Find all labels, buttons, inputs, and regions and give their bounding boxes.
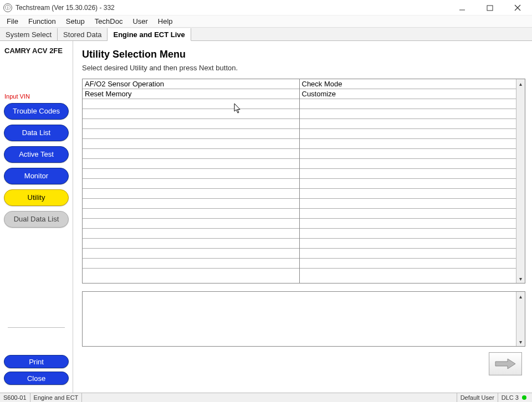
utility-cell[interactable] (83, 139, 299, 149)
page-title: Utility Selection Menu (82, 49, 525, 60)
status-dlc-label: DLC 3 (502, 394, 519, 401)
utility-cell[interactable] (300, 189, 516, 199)
active-test-button[interactable]: Active Test (4, 146, 69, 163)
arrow-right-icon (494, 358, 516, 370)
app-icon: ⓘ (3, 3, 12, 12)
close-button[interactable] (510, 2, 525, 13)
svg-marker-4 (495, 359, 515, 369)
scroll-up-icon[interactable]: ▴ (516, 292, 525, 301)
utility-cell[interactable]: Check Mode (300, 79, 516, 89)
utility-cell[interactable] (300, 119, 516, 129)
content-area: Utility Selection Menu Select desired Ut… (73, 41, 532, 393)
tab-system-select[interactable]: System Select (0, 28, 58, 40)
utility-cell[interactable] (83, 119, 299, 129)
menu-user[interactable]: User (128, 16, 152, 27)
print-button[interactable]: Print (4, 355, 69, 368)
utility-cell[interactable] (83, 199, 299, 209)
utility-cell[interactable] (83, 219, 299, 229)
scroll-up-icon[interactable]: ▴ (516, 79, 525, 88)
tab-strip: System Select Stored Data Engine and ECT… (0, 28, 532, 41)
utility-cell[interactable] (300, 249, 516, 259)
sidebar: CAMRY ACV 2FE Input VIN Trouble Codes Da… (0, 41, 73, 393)
status-user: Default User (457, 393, 498, 402)
utility-cell[interactable] (83, 109, 299, 119)
utility-cell[interactable] (83, 99, 299, 109)
utility-cell[interactable] (83, 129, 299, 139)
utility-cell[interactable] (83, 159, 299, 169)
menu-setup[interactable]: Setup (62, 16, 89, 27)
utility-cell[interactable] (300, 109, 516, 119)
utility-cell[interactable] (300, 219, 516, 229)
utility-cell[interactable] (83, 149, 299, 159)
status-dlc: DLC 3 (498, 393, 532, 402)
utility-cell[interactable] (83, 189, 299, 199)
utility-cell[interactable] (300, 259, 516, 269)
minimize-button[interactable] (454, 2, 470, 13)
utility-cell[interactable] (300, 179, 516, 189)
window-title: Techstream (Ver 15.30.026) - 332 (16, 4, 115, 12)
utility-cell[interactable] (83, 269, 299, 283)
description-box: ▴ ▾ (82, 291, 525, 347)
utility-cell[interactable] (300, 169, 516, 179)
utility-grid: AF/O2 Sensor Operation Reset Memory (82, 79, 525, 284)
desc-scrollbar[interactable]: ▴ ▾ (516, 292, 525, 346)
utility-cell[interactable] (300, 129, 516, 139)
scroll-down-icon[interactable]: ▾ (516, 337, 525, 346)
utility-cell[interactable]: AF/O2 Sensor Operation (83, 79, 299, 89)
utility-cell[interactable] (300, 159, 516, 169)
dual-data-list-button[interactable]: Dual Data List (4, 211, 69, 228)
utility-cell[interactable]: Reset Memory (83, 89, 299, 99)
menu-file[interactable]: File (2, 16, 23, 27)
tab-stored-data[interactable]: Stored Data (58, 28, 108, 40)
status-system: Engine and ECT (30, 393, 83, 402)
vehicle-name: CAMRY ACV 2FE (2, 45, 70, 60)
utility-cell[interactable] (300, 199, 516, 209)
utility-cell[interactable] (300, 149, 516, 159)
utility-cell[interactable] (83, 179, 299, 189)
sidebar-divider (8, 327, 65, 328)
utility-cell[interactable] (300, 139, 516, 149)
tab-engine-ect-live[interactable]: Engine and ECT Live (108, 28, 191, 41)
menu-function[interactable]: Function (24, 16, 60, 27)
next-button[interactable] (489, 352, 522, 375)
utility-cell[interactable] (83, 239, 299, 249)
title-bar: ⓘ Techstream (Ver 15.30.026) - 332 (0, 0, 532, 16)
utility-cell[interactable]: Customize (300, 89, 516, 99)
menu-bar: File Function Setup TechDoc User Help (0, 16, 532, 28)
utility-cell[interactable] (300, 239, 516, 249)
utility-cell[interactable] (300, 99, 516, 109)
utility-cell[interactable] (300, 209, 516, 219)
trouble-codes-button[interactable]: Trouble Codes (4, 103, 69, 120)
utility-cell[interactable] (83, 229, 299, 239)
grid-scrollbar[interactable]: ▴ ▾ (516, 79, 525, 283)
close-panel-button[interactable]: Close (4, 372, 69, 385)
scroll-down-icon[interactable]: ▾ (516, 274, 525, 283)
utility-cell[interactable] (83, 249, 299, 259)
menu-techdoc[interactable]: TechDoc (90, 16, 127, 27)
monitor-button[interactable]: Monitor (4, 168, 69, 184)
utility-button[interactable]: Utility (4, 189, 69, 206)
maximize-button[interactable] (482, 2, 498, 13)
connection-dot-icon (522, 395, 526, 400)
input-vin-link[interactable]: Input VIN (2, 60, 70, 103)
utility-cell[interactable] (83, 209, 299, 219)
utility-cell[interactable] (300, 269, 516, 283)
utility-cell[interactable] (83, 169, 299, 179)
svg-rect-1 (487, 6, 493, 11)
menu-help[interactable]: Help (154, 16, 177, 27)
status-code: S600-01 (0, 393, 30, 402)
instruction-text: Select desired Utility and then press Ne… (82, 64, 525, 72)
status-spacer (82, 393, 457, 402)
utility-cell[interactable] (83, 259, 299, 269)
status-bar: S600-01 Engine and ECT Default User DLC … (0, 393, 532, 402)
utility-cell[interactable] (300, 229, 516, 239)
data-list-button[interactable]: Data List (4, 125, 69, 141)
